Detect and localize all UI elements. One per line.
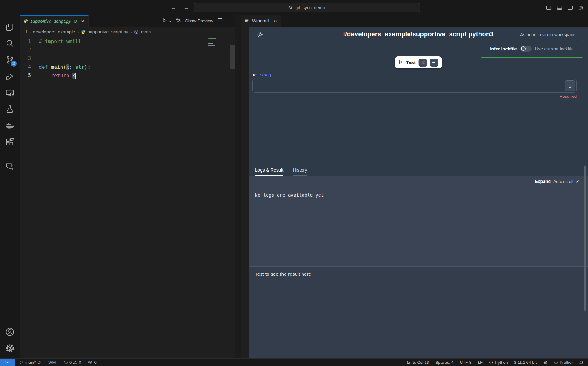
windmill-more-actions-icon[interactable]: ⋯: [579, 18, 584, 24]
source-control-icon[interactable]: 11: [2, 52, 17, 68]
tab-close-icon[interactable]: ✕: [81, 19, 85, 24]
search-icon: [289, 5, 293, 10]
comments-icon[interactable]: [2, 158, 17, 175]
remote-icon: ><: [5, 360, 9, 365]
language-label: Python: [495, 360, 508, 365]
breadcrumb-file[interactable]: supportive_script.py: [88, 29, 128, 34]
search-view-icon[interactable]: [2, 35, 17, 52]
settings-gear-icon[interactable]: [2, 340, 17, 357]
branch-status[interactable]: main*: [20, 360, 41, 365]
lockfile-toggle[interactable]: [520, 46, 532, 52]
toggle-primary-sidebar-icon[interactable]: [546, 5, 551, 10]
windmill-tab-close-icon[interactable]: ✕: [274, 19, 277, 23]
nav-forward-icon[interactable]: →: [183, 4, 189, 11]
indentation[interactable]: Spaces: 4: [435, 360, 454, 365]
line-number: 1: [20, 37, 39, 46]
split-editor-icon[interactable]: [217, 18, 223, 24]
run-dropdown-chevron-icon[interactable]: ⌄: [169, 19, 172, 23]
encoding[interactable]: UTF-8: [460, 360, 472, 365]
logs-section: Expand Auto scroll ✓ No logs are availab…: [249, 176, 588, 267]
extensions-icon[interactable]: [2, 134, 17, 150]
webview-scrollbar[interactable]: [584, 165, 586, 311]
test-button[interactable]: Test ⌘ ↵: [395, 56, 442, 68]
windmill-webview: f/developers_example/supportive_script p…: [249, 27, 588, 358]
open-changes-icon[interactable]: [176, 18, 181, 24]
code-line[interactable]: 3: [20, 54, 235, 63]
breadcrumb-symbol[interactable]: main: [141, 29, 151, 34]
schema-form: x* string $ Required: [252, 72, 577, 99]
python-file-icon: [23, 18, 28, 24]
breadcrumb-root[interactable]: f: [26, 29, 27, 34]
braces-icon: {}: [489, 360, 493, 365]
windmill-tab-label: Windmill: [252, 18, 269, 23]
code-line-content: def main(x: str):: [39, 63, 91, 71]
customize-layout-icon[interactable]: [578, 5, 584, 10]
text-cursor: [75, 73, 76, 79]
cursor-position[interactable]: Ln 5, Col 13: [407, 360, 429, 365]
symbol-method-icon: [134, 30, 139, 34]
editor-scrollbar[interactable]: [230, 45, 235, 69]
run-python-file-icon[interactable]: [162, 18, 167, 24]
notifications-bell-icon[interactable]: [579, 360, 584, 365]
editor-more-actions-icon[interactable]: ⋯: [227, 18, 232, 24]
run-debug-icon[interactable]: [2, 68, 17, 85]
language-mode[interactable]: {} Python: [489, 360, 508, 365]
editor-split-sash[interactable]: [235, 15, 241, 358]
remote-explorer-icon[interactable]: [2, 85, 17, 101]
tab-history[interactable]: History: [293, 164, 307, 176]
toggle-panel-icon[interactable]: [557, 5, 562, 10]
nav-back-icon[interactable]: ←: [170, 4, 176, 11]
toggle-secondary-sidebar-icon[interactable]: [567, 5, 573, 10]
explorer-icon[interactable]: [2, 19, 17, 35]
tab-logs-result[interactable]: Logs & Result: [255, 164, 283, 176]
tab-supportive-script[interactable]: supportive_script.py U ✕: [20, 15, 89, 27]
breadcrumb-folder[interactable]: developers_example: [33, 29, 75, 34]
eol-sequence[interactable]: LF: [478, 360, 483, 365]
x-argument-input[interactable]: [252, 79, 577, 93]
code-editor[interactable]: 1# import wmill234def main(x: str):5 ret…: [20, 37, 235, 358]
test-button-label: Test: [406, 60, 416, 65]
tab-windmill[interactable]: Windmill ✕: [241, 15, 281, 27]
radio-tower-icon: [88, 360, 92, 365]
disabled-circle-slash-icon: [554, 360, 558, 364]
error-icon: [64, 360, 68, 364]
copilot-icon[interactable]: [543, 360, 548, 365]
docker-icon[interactable]: [2, 117, 17, 134]
account-icon[interactable]: [2, 324, 17, 340]
windmill-group: Windmill ✕ ⋯ f/developers_example/suppor…: [241, 15, 588, 358]
wm-label: WM:: [48, 360, 57, 365]
expand-button[interactable]: Expand: [535, 179, 551, 184]
autoscroll-check-icon[interactable]: ✓: [576, 179, 579, 184]
minimap[interactable]: [208, 38, 221, 47]
autoscroll-label[interactable]: Auto scroll: [553, 179, 573, 184]
result-section: Test to see the result here: [249, 267, 588, 358]
title-bar: ← → git_sync_demo: [0, 0, 588, 15]
code-token: ): [85, 64, 88, 70]
command-center-search[interactable]: git_sync_demo: [194, 3, 420, 12]
code-line[interactable]: 5 return x: [20, 71, 235, 80]
logs-empty-message: No logs are available yet: [255, 192, 324, 198]
code-line[interactable]: 2: [20, 46, 235, 54]
testing-icon[interactable]: [2, 101, 17, 117]
code-line[interactable]: 1# import wmill: [20, 37, 235, 46]
code-token: main: [51, 64, 63, 70]
code-line[interactable]: 4def main(x: str):: [20, 63, 235, 71]
status-bar: >< main* WM: 0 0 0 Ln 5, Col 13 Spaces: …: [0, 358, 588, 366]
remote-indicator[interactable]: ><: [0, 359, 15, 366]
required-message: Required: [252, 94, 577, 99]
code-line-content: return x: [39, 71, 76, 80]
enter-key-icon: ↵: [430, 59, 438, 67]
use-current-lockfile-label: Use current lockfile: [535, 46, 574, 51]
ports-status[interactable]: 0: [88, 360, 96, 365]
python-interpreter[interactable]: 3.11.1 64-bit: [514, 360, 537, 365]
variable-picker-button[interactable]: $: [565, 80, 575, 91]
git-branch-icon: [20, 360, 24, 364]
show-preview-button[interactable]: Show Preview: [185, 18, 213, 23]
windmill-status[interactable]: WM:: [48, 360, 57, 365]
interpreter-label: 3.11.1 64-bit: [514, 360, 537, 365]
problems-status[interactable]: 0 0: [64, 360, 81, 365]
code-lines: 1# import wmill234def main(x: str):5 ret…: [20, 37, 235, 80]
editor-group: supportive_script.py U ✕ ⌄ Show Preview …: [20, 15, 235, 358]
prettier-status[interactable]: Prettier: [554, 360, 573, 365]
code-token: [69, 73, 72, 79]
